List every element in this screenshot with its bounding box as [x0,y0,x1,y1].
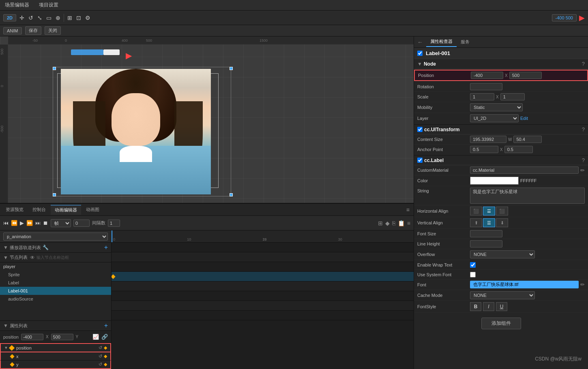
anchor-icon[interactable]: ⊕ [55,14,61,22]
uitransform-enable[interactable] [417,127,423,132]
prop-x-reset[interactable]: ↺ [99,354,102,359]
layer-edit[interactable]: Edit [520,116,528,121]
save-button[interactable]: 保存 [25,26,41,35]
node-active-checkbox[interactable] [417,51,423,56]
track-list-icon[interactable]: 🔧 [43,245,49,250]
frame-input[interactable]: 0 [73,220,90,227]
h-align-right[interactable]: ⬛ [496,207,508,215]
menu-icon[interactable]: ≡ [404,206,412,214]
font-edit-icon[interactable]: ✏ [580,282,585,288]
move-icon[interactable]: ✛ [19,14,25,22]
prop-y-diamond[interactable]: ◆ [104,362,107,367]
prop-expand-icon[interactable]: ▼ [4,346,8,350]
font-size-field[interactable]: 20 [470,230,502,237]
tab-anim-editor[interactable]: 动画编辑器 [51,205,81,215]
font-field-container[interactable]: 也字工厂快乐星球体.ttf [470,281,579,288]
selection-handle-br[interactable] [230,193,233,196]
tab-assets[interactable]: 资源预览 [2,205,28,214]
prop-y-input[interactable] [51,334,73,340]
material-edit-icon[interactable]: ✏ [580,167,585,173]
anchor-x-field[interactable] [470,146,498,153]
v-align-middle[interactable]: ☰ [483,218,495,227]
tab-console[interactable]: 控制台 [28,205,50,214]
node-sprite[interactable]: Sprite [0,271,111,279]
rect-icon[interactable]: ▭ [45,14,52,22]
v-align-top[interactable]: ⬆ [470,218,482,227]
prop-x-input[interactable] [21,334,43,340]
menu-scene-editor[interactable]: 场景编辑器 [3,1,31,9]
timeline-row-label001[interactable] [112,272,414,282]
node-section-help[interactable]: ? [582,61,585,67]
prop-diamond-icon[interactable]: ◆ [104,345,107,350]
scale-y-field[interactable] [500,93,525,100]
tab-services[interactable]: 服务 [457,37,474,47]
track-list-expand[interactable]: ▼ [3,245,8,250]
layer-select[interactable]: UI_2D [470,114,519,122]
mode-2d-button[interactable]: 2D [3,14,16,21]
snap-icon[interactable]: ⊡ [75,14,82,22]
play-icon[interactable]: ▶ [579,13,585,22]
label-help[interactable]: ? [582,157,585,163]
frame-selector[interactable]: 帧 [51,219,71,227]
line-height-field[interactable]: 40 [470,240,502,247]
playhead[interactable] [112,230,112,242]
tab-inspector[interactable]: 属性检查器 [426,37,457,47]
node-audio-source[interactable]: audioSource [0,295,111,303]
uitransform-help[interactable]: ? [582,126,585,132]
anim-step-fwd-btn[interactable]: ⏩ [26,220,33,226]
underline-button[interactable]: U [496,302,507,311]
close-button[interactable]: 关闭 [45,26,61,35]
prop-section-add[interactable]: + [104,322,108,329]
rotation-field[interactable]: 0 [470,83,502,90]
label-enable[interactable] [417,158,423,163]
v-align-bottom[interactable]: ⬇ [496,218,508,227]
paste-icon[interactable]: 📋 [398,220,405,226]
prop-section-expand[interactable]: ▼ [3,323,8,328]
node-label-001[interactable]: Label-001 [0,287,111,295]
position-x-field[interactable] [471,72,503,79]
anim-play-btn[interactable]: ▶ [20,220,24,226]
prop-reset-icon[interactable]: ↺ [99,345,102,350]
content-h-field[interactable] [513,136,542,143]
mobility-select[interactable]: Static [470,103,523,111]
link-icon[interactable]: 🔗 [101,334,108,340]
node-filter-placeholder[interactable]: 输入节点名称边框 [36,255,108,260]
h-align-center[interactable]: ☰ [483,207,495,215]
settings-icon[interactable]: ⚙ [84,14,91,22]
italic-button[interactable]: I [483,302,494,311]
rotate-icon[interactable]: ↺ [28,14,34,22]
anim-stop-btn[interactable]: ⏹ [43,220,48,226]
selection-handle-bl[interactable] [53,193,56,196]
scale-x-field[interactable] [470,93,494,100]
node-label[interactable]: Label [0,279,111,287]
keyframe-diamond[interactable] [112,274,116,279]
bold-button[interactable]: B [470,302,481,311]
wrap-text-checkbox[interactable] [470,262,476,268]
node-visibility-icon[interactable]: 👁 [30,255,35,260]
add-component-btn[interactable]: 添加组件 [481,318,521,329]
track-list-add[interactable]: + [104,244,108,251]
grid-icon[interactable]: ⊞ [67,14,73,22]
color-swatch[interactable] [470,177,519,185]
node-player[interactable]: player [0,262,111,271]
interval-input[interactable]: 1 [108,220,120,227]
scale-icon[interactable]: ⤡ [36,14,43,22]
position-y-field[interactable] [509,72,542,79]
prop-x-row[interactable]: x ↺ ◆ [0,352,111,360]
content-w-field[interactable] [470,136,506,143]
anim-button[interactable]: ANIM [3,27,22,34]
copy-icon[interactable]: ⎘ [392,220,395,226]
selection-handle-tl[interactable] [53,67,56,70]
selection-handle-tr[interactable] [230,67,233,70]
cache-mode-select[interactable]: NONE [470,291,535,299]
clip-selector[interactable]: p_animation [3,232,108,241]
graph-icon[interactable]: 📈 [92,334,99,340]
string-field[interactable] [470,188,585,204]
anim-next-btn[interactable]: ⏭ [35,220,41,226]
anim-step-back-btn[interactable]: ⏪ [11,220,17,226]
custom-material-field[interactable] [470,166,579,174]
system-font-checkbox[interactable] [470,272,476,277]
prop-position-row[interactable]: ▼ position ↺ ◆ [0,343,111,352]
node-section-expand[interactable]: ▼ [417,61,422,67]
prop-y-row[interactable]: y ↺ ◆ [0,360,111,369]
